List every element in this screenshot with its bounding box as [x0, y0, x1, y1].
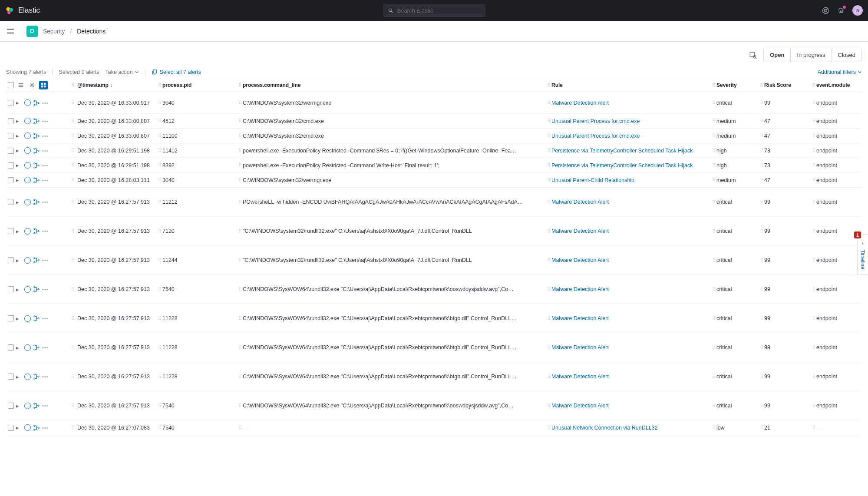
drag-handle-icon[interactable]: ⠿: [547, 133, 550, 139]
rule-link[interactable]: Persistence via TelemetryController Sche…: [551, 148, 693, 154]
nav-toggle-button[interactable]: [5, 27, 16, 35]
drag-handle-icon[interactable]: ⠿: [712, 316, 715, 321]
more-actions-button[interactable]: •••: [42, 258, 49, 263]
view-grid-button[interactable]: [39, 81, 48, 89]
drag-handle-icon[interactable]: ⠿: [158, 118, 161, 124]
rule-link[interactable]: Persistence via TelemetryController Sche…: [551, 162, 693, 169]
analyze-event-button[interactable]: [33, 257, 40, 264]
row-checkbox[interactable]: [8, 177, 14, 183]
drag-handle-icon[interactable]: ⠿: [712, 199, 715, 205]
drag-handle-icon[interactable]: ⠿: [812, 199, 815, 205]
expand-row-button[interactable]: ▸: [16, 286, 22, 293]
drag-handle-icon[interactable]: ⠿: [547, 316, 550, 321]
row-checkbox[interactable]: [8, 403, 14, 409]
drag-handle-icon[interactable]: ⠿: [812, 228, 815, 234]
expand-row-button[interactable]: ▸: [16, 147, 22, 154]
status-open-button[interactable]: Open: [764, 48, 791, 62]
drag-handle-icon[interactable]: ⠿: [812, 258, 815, 263]
more-actions-button[interactable]: •••: [42, 403, 49, 408]
drag-handle-icon[interactable]: ⠿: [158, 199, 161, 205]
drag-handle-icon[interactable]: ⠿: [547, 83, 550, 88]
expand-row-button[interactable]: ▸: [16, 424, 22, 431]
analyze-event-button[interactable]: [33, 132, 40, 139]
view-settings-button[interactable]: [28, 81, 36, 89]
drag-handle-icon[interactable]: ⠿: [158, 133, 161, 139]
alert-status-button[interactable]: [24, 132, 31, 139]
drag-handle-icon[interactable]: ⠿: [712, 162, 715, 168]
drag-handle-icon[interactable]: ⠿: [238, 133, 241, 139]
drag-handle-icon[interactable]: ⠿: [71, 316, 74, 321]
drag-handle-icon[interactable]: ⠿: [760, 287, 762, 292]
drag-handle-icon[interactable]: ⠿: [712, 287, 715, 292]
drag-handle-icon[interactable]: ⠿: [238, 258, 241, 263]
analyze-event-button[interactable]: [33, 198, 40, 205]
col-header-timestamp[interactable]: ⠿@timestamp ↓: [71, 82, 158, 88]
drag-handle-icon[interactable]: ⠿: [71, 374, 74, 380]
alert-status-button[interactable]: [24, 374, 31, 380]
analyze-event-button[interactable]: [33, 402, 40, 409]
more-actions-button[interactable]: •••: [42, 163, 49, 168]
alert-status-button[interactable]: [24, 344, 31, 351]
expand-row-button[interactable]: ▸: [16, 177, 22, 183]
drag-handle-icon[interactable]: ⠿: [158, 228, 161, 234]
col-header-rule[interactable]: ⠿Rule: [547, 82, 712, 88]
analyze-event-button[interactable]: [33, 162, 40, 169]
drag-handle-icon[interactable]: ⠿: [760, 258, 762, 263]
drag-handle-icon[interactable]: ⠿: [760, 133, 762, 139]
alert-status-button[interactable]: [24, 199, 31, 205]
analyze-event-button[interactable]: [33, 177, 40, 184]
drag-handle-icon[interactable]: ⠿: [812, 118, 815, 124]
drag-handle-icon[interactable]: ⠿: [712, 83, 715, 88]
inspect-button[interactable]: [747, 49, 759, 61]
help-icon[interactable]: [822, 7, 829, 14]
newsfeed-icon[interactable]: [837, 7, 845, 14]
analyze-event-button[interactable]: [33, 424, 40, 431]
rule-link[interactable]: Malware Detection Alert: [551, 228, 609, 234]
drag-handle-icon[interactable]: ⠿: [547, 199, 550, 205]
drag-handle-icon[interactable]: ⠿: [158, 345, 161, 351]
more-actions-button[interactable]: •••: [42, 228, 49, 234]
drag-handle-icon[interactable]: ⠿: [760, 316, 762, 321]
more-actions-button[interactable]: •••: [42, 119, 49, 124]
expand-row-button[interactable]: ▸: [16, 118, 22, 124]
expand-row-button[interactable]: ▸: [16, 374, 22, 380]
row-checkbox[interactable]: [8, 118, 14, 124]
more-actions-button[interactable]: •••: [42, 316, 49, 321]
expand-row-button[interactable]: ▸: [16, 199, 22, 205]
row-checkbox[interactable]: [8, 374, 14, 380]
drag-handle-icon[interactable]: ⠿: [238, 345, 241, 351]
drag-handle-icon[interactable]: ⠿: [547, 162, 550, 168]
drag-handle-icon[interactable]: ⠿: [812, 148, 815, 153]
rule-link[interactable]: Malware Detection Alert: [551, 344, 609, 351]
alert-status-button[interactable]: [24, 315, 31, 322]
col-header-severity[interactable]: ⠿Severity: [712, 82, 760, 88]
rule-link[interactable]: Malware Detection Alert: [551, 100, 609, 106]
analyze-event-button[interactable]: [33, 315, 40, 322]
drag-handle-icon[interactable]: ⠿: [238, 162, 241, 168]
drag-handle-icon[interactable]: ⠿: [71, 133, 74, 139]
breadcrumb-parent[interactable]: Security: [43, 28, 65, 35]
drag-handle-icon[interactable]: ⠿: [812, 133, 815, 139]
drag-handle-icon[interactable]: ⠿: [71, 162, 74, 168]
alert-status-button[interactable]: [24, 99, 31, 106]
drag-handle-icon[interactable]: ⠿: [71, 82, 74, 88]
status-inprogress-button[interactable]: In progress: [791, 48, 832, 62]
drag-handle-icon[interactable]: ⠿: [812, 374, 815, 380]
alert-status-button[interactable]: [24, 286, 31, 293]
row-checkbox[interactable]: [8, 148, 14, 154]
select-all-checkbox[interactable]: [8, 82, 14, 88]
drag-handle-icon[interactable]: ⠿: [71, 177, 74, 183]
drag-handle-icon[interactable]: ⠿: [238, 316, 241, 321]
row-checkbox[interactable]: [8, 199, 14, 205]
drag-handle-icon[interactable]: ⠿: [547, 403, 550, 409]
drag-handle-icon[interactable]: ⠿: [760, 199, 762, 205]
row-checkbox[interactable]: [8, 286, 14, 292]
analyze-event-button[interactable]: [33, 228, 40, 235]
alert-status-button[interactable]: [24, 162, 31, 169]
drag-handle-icon[interactable]: ⠿: [238, 228, 241, 234]
drag-handle-icon[interactable]: ⠿: [760, 374, 762, 380]
expand-row-button[interactable]: ▸: [16, 315, 22, 322]
analyze-event-button[interactable]: [33, 286, 40, 293]
alert-status-button[interactable]: [24, 424, 31, 431]
drag-handle-icon[interactable]: ⠿: [760, 100, 762, 106]
